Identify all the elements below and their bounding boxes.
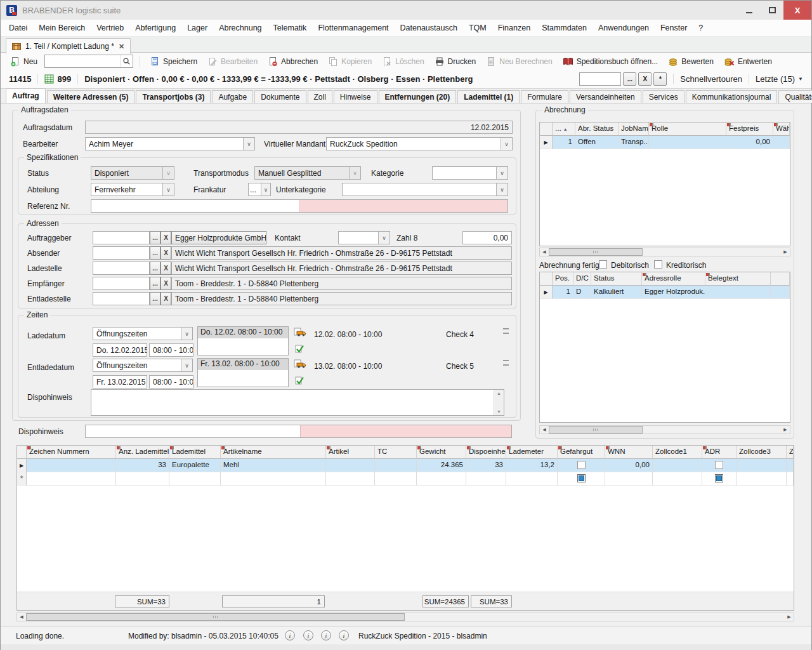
scrollbar-track[interactable]: [405, 613, 785, 621]
scroll-right-icon[interactable]: ▶: [785, 613, 794, 621]
cell-belegtext[interactable]: [705, 286, 771, 299]
menu-fenster[interactable]: Fenster: [655, 21, 693, 35]
cell-wnn[interactable]: [605, 472, 653, 486]
cell-status[interactable]: Kalkuliert: [591, 286, 642, 299]
frankatur-combo[interactable]: ...∨: [248, 183, 271, 196]
menu-flottenmanagement[interactable]: Flottenmanagement: [312, 21, 394, 35]
cell-abr-status[interactable]: Offen: [575, 136, 619, 149]
quick-search-star-button[interactable]: *: [653, 72, 667, 86]
letzte-dropdown[interactable]: Letzte (15): [756, 74, 795, 84]
column-header[interactable]: TC: [375, 446, 417, 459]
gefahrgut-checkbox[interactable]: [577, 461, 586, 469]
cell-lademeter[interactable]: 13,2: [506, 459, 558, 472]
column-header[interactable]: Artikel: [326, 446, 375, 459]
abteilung-combo[interactable]: Fernverkehr∨: [91, 183, 174, 196]
menu-lager[interactable]: Lager: [181, 21, 213, 35]
info-icon[interactable]: i: [339, 630, 349, 640]
mandant-combo[interactable]: RuckZuck Spedition∨: [326, 137, 513, 150]
cell-lademittel[interactable]: [169, 472, 221, 486]
bewerten-button[interactable]: Bewerten: [665, 55, 717, 69]
cell-zollcode1[interactable]: [653, 459, 702, 472]
minimize-button[interactable]: [738, 1, 761, 20]
cell-artikelname[interactable]: [221, 472, 326, 486]
scroll-right-icon[interactable]: ▶: [781, 248, 790, 256]
chevron-down-icon[interactable]: ∨: [501, 138, 512, 150]
column-header[interactable]: Gefahrgut: [558, 446, 605, 459]
menu-vertrieb[interactable]: Vertrieb: [91, 21, 129, 35]
kontakt-combo[interactable]: ∨: [338, 231, 390, 244]
column-header[interactable]: Währ: [773, 123, 790, 136]
scroll-left-icon[interactable]: ◀: [540, 248, 549, 256]
column-header[interactable]: Status: [591, 272, 642, 286]
ladedatum-slot-item[interactable]: Do. 12.02. 08:00 - 10:00: [198, 327, 288, 338]
cell-gefahrgut[interactable]: [558, 472, 605, 486]
tab-lademittel[interactable]: Lademittel (1): [457, 90, 520, 103]
column-header[interactable]: Festpreis: [726, 123, 773, 136]
transportmodus-combo[interactable]: Manuell Gesplitted∨: [254, 166, 361, 180]
auftraggeber-clear-button[interactable]: X: [160, 231, 171, 244]
confirm-check-icon[interactable]: [295, 344, 304, 354]
speditionsbuch-button[interactable]: Speditionsbuch öffnen...: [560, 55, 662, 69]
document-tab-close-icon[interactable]: ✕: [119, 43, 124, 51]
menu-stammdaten[interactable]: Stammdaten: [536, 21, 593, 35]
horizontal-scrollbar[interactable]: ◀ ▶: [539, 425, 790, 434]
column-header[interactable]: Abr. Status: [575, 123, 619, 136]
adr-checkbox[interactable]: [715, 474, 723, 482]
new-row[interactable]: *: [17, 472, 794, 486]
speichern-button[interactable]: Speichern: [147, 55, 200, 69]
column-header[interactable]: Adressrolle: [642, 272, 705, 286]
ladestelle-clear-button[interactable]: X: [160, 262, 171, 275]
absender-clear-button[interactable]: X: [160, 246, 171, 260]
column-header[interactable]: Anz. Lademittel: [116, 446, 169, 459]
adr-checkbox[interactable]: [715, 461, 723, 469]
bearbeiten-button[interactable]: Bearbeiten: [204, 55, 261, 69]
new-row-marker[interactable]: *: [17, 472, 27, 486]
chevron-down-icon[interactable]: ∨: [378, 232, 390, 244]
cell-adressrolle[interactable]: Egger Holzproduk...: [642, 286, 705, 299]
column-header[interactable]: Pos.: [553, 272, 573, 286]
dispohinweis-textarea[interactable]: ▲▼: [91, 389, 504, 416]
spreadsheet-icon[interactable]: [44, 74, 54, 84]
scroll-left-icon[interactable]: ◀: [17, 613, 26, 621]
info-icon[interactable]: i: [285, 630, 295, 640]
scrollbar-track[interactable]: [643, 426, 781, 434]
cell-gewicht[interactable]: 24.365: [417, 459, 466, 472]
ladedatum-date-input[interactable]: Do. 12.02.2015: [93, 343, 147, 357]
tab-auftrag[interactable]: Auftrag: [6, 88, 46, 103]
column-header[interactable]: Zollc: [787, 446, 794, 459]
bearbeiter-combo[interactable]: Achim Meyer∨: [85, 137, 255, 150]
table-row[interactable]: ▶ 33 Europalette Mehl 24.365 33 13,2 0,0…: [17, 459, 794, 472]
column-header[interactable]: Lademeter: [506, 446, 558, 459]
cell-anz-lademittel[interactable]: [116, 472, 169, 486]
horizontal-scrollbar[interactable]: ◀ ▶: [539, 248, 790, 256]
cell-nr[interactable]: 1: [553, 136, 575, 149]
entladedatum-slot-item[interactable]: Fr. 13.02. 08:00 - 10:00: [198, 359, 288, 370]
vertical-scrollbar[interactable]: ▲▼: [494, 390, 504, 415]
entladedatum-date-input[interactable]: Fr. 13.02.2015: [93, 375, 147, 388]
unterkategorie-combo[interactable]: ∨: [342, 183, 508, 196]
tab-aufgabe[interactable]: Aufgabe: [212, 90, 253, 103]
chevron-down-icon[interactable]: ∨: [496, 183, 508, 196]
tab-zoll[interactable]: Zoll: [308, 90, 332, 103]
entwerten-button[interactable]: Entwerten: [721, 55, 775, 69]
loeschen-button[interactable]: Löschen: [379, 55, 427, 69]
entladedatum-time-input[interactable]: 08:00 - 10:00: [149, 375, 193, 388]
kategorie-combo[interactable]: ∨: [432, 166, 508, 180]
quick-search-dots-button[interactable]: ...: [623, 72, 636, 86]
scrollbar-track[interactable]: [643, 248, 781, 256]
zahl8-input[interactable]: 0,00: [462, 231, 512, 244]
cell-lademittel[interactable]: Europalette: [169, 459, 221, 472]
tab-hinweise[interactable]: Hinweise: [334, 90, 377, 103]
scrollbar-thumb[interactable]: [26, 613, 405, 621]
info-icon[interactable]: i: [303, 630, 313, 640]
menu-abfertigung[interactable]: Abfertigung: [129, 21, 181, 35]
cell-lademeter[interactable]: [506, 472, 558, 486]
cell-dispoeinheit[interactable]: [466, 472, 506, 486]
cell-zollc[interactable]: [787, 459, 794, 472]
truck-icon[interactable]: [294, 328, 306, 337]
ladestelle-input[interactable]: [93, 262, 150, 275]
cell-zollc[interactable]: [787, 472, 794, 486]
menu-mein-bereich[interactable]: Mein Bereich: [33, 21, 91, 35]
ladedatum-time-input[interactable]: 08:00 - 10:00: [149, 343, 193, 357]
maximize-button[interactable]: [761, 1, 783, 20]
